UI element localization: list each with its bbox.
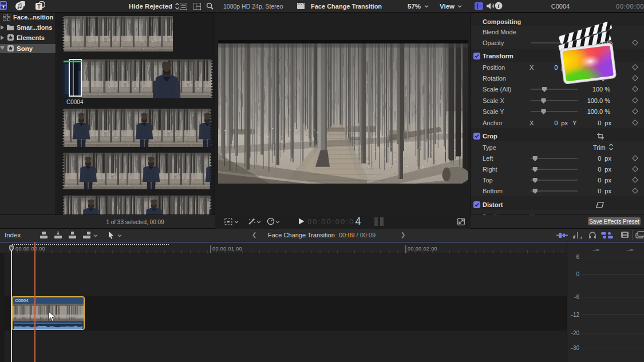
svg-text:i: i (498, 3, 500, 9)
svg-text:T: T (37, 3, 41, 10)
